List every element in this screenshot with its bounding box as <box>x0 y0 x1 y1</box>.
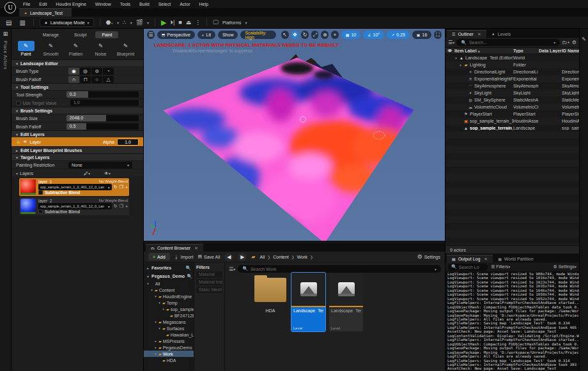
copy-icon[interactable]: ❐ <box>120 204 123 209</box>
paint-tool-button[interactable]: ✎ Flatten <box>64 41 88 57</box>
tool-strength-slider[interactable]: 0.3 <box>66 91 139 98</box>
world-space-icon[interactable]: ⊕ <box>321 31 329 39</box>
log-lines[interactable]: LogViewport: Scene viewport resized to 9… <box>445 271 579 371</box>
gear-icon[interactable]: ⚙ <box>572 40 576 45</box>
menu-item[interactable]: Select <box>159 2 171 6</box>
play-button[interactable]: ▶ <box>161 19 166 27</box>
back-icon[interactable]: ◀ <box>224 253 233 261</box>
save-all-button[interactable]: ▤Save All <box>197 254 220 259</box>
new-folder-icon[interactable]: 🗀+ <box>562 40 570 45</box>
tree-folder-row[interactable]: ▾ ▰ HoudiniEngine <box>144 293 194 299</box>
cinematics-icon[interactable]: 🎬 <box>136 19 143 26</box>
hda-folder[interactable] <box>254 278 286 302</box>
outliner-row[interactable]: ◠ SkyAtmosphere SkyAtmosph SkyAtmosph <box>445 82 579 89</box>
menu-item[interactable]: Build <box>139 2 150 6</box>
select-tool-icon[interactable]: ↖ <box>281 31 289 39</box>
section-landscape-editor[interactable]: ▾Landscape Editor <box>12 59 143 66</box>
tree-folder-row[interactable]: ▾ ▰ Content <box>144 287 194 293</box>
log-settings-dropdown[interactable]: ⚙ Settings▾ <box>553 264 576 269</box>
column-id-name[interactable]: ID Name <box>562 49 579 53</box>
outliner-row[interactable]: ≋ ExponentialHeightFog Exponential Expon… <box>445 75 579 82</box>
log-search-input[interactable]: 🔍Search Lo <box>448 264 488 271</box>
target-value-field[interactable]: 1.0 <box>70 100 139 106</box>
source-control-icon[interactable]: ▥ <box>17 19 27 26</box>
outliner-row[interactable]: ☁ VolumetricCloud VolumetricCl Volumetri… <box>445 103 579 110</box>
brush-circle-icon[interactable]: ◉ <box>68 68 79 75</box>
tree-folder-row[interactable]: ▾ ▰ All <box>144 280 194 287</box>
layer-asset-dropdown[interactable]: sop_sample_terrain_1_0_401_12_0_Lan▾ <box>38 203 112 209</box>
surface-snap-icon[interactable]: ⌖ <box>331 31 339 39</box>
subtractive-blend-checkbox[interactable] <box>38 209 43 214</box>
scale-tool-icon[interactable]: ⤢ <box>311 31 319 39</box>
menu-item[interactable]: Houdini Engine <box>56 2 86 6</box>
import-button[interactable]: ⭳Import <box>174 255 194 259</box>
log-filters-dropdown[interactable]: ☰ Filters▾ <box>491 264 510 269</box>
paint-tool-button[interactable]: ✎ Noise <box>89 41 112 57</box>
show-dropdown[interactable]: Show <box>218 31 238 39</box>
save-icon[interactable]: ▤ <box>4 19 13 26</box>
tree-folder-row[interactable]: ▸ ▰ PegasusDemo <box>144 344 194 351</box>
brush-pattern-icon[interactable]: ⊛ <box>91 68 102 75</box>
outliner-row[interactable]: ▾ ▰ Lighting Folder <box>445 61 579 68</box>
viewport[interactable]: z ☰ ⬒Perspective ◐Lit Show Scalability: … <box>144 29 445 243</box>
painting-restriction-dropdown[interactable]: None▾ <box>68 162 132 169</box>
close-icon[interactable]: ✕ <box>484 257 488 262</box>
eject-button[interactable]: ⏏ <box>186 19 192 26</box>
brush-size-slider[interactable]: 2048.0 <box>66 115 139 121</box>
tree-folder-row[interactable]: ▰ HDA <box>144 357 194 363</box>
play-options-icon[interactable]: ⋮ <box>195 19 201 26</box>
filter-chip[interactable]: Material <box>196 271 222 278</box>
paint-all-icon[interactable]: 🖉▾ <box>84 171 90 176</box>
plus-icon[interactable]: + <box>125 204 128 209</box>
edit-pencil-icon[interactable]: ✎ <box>580 36 588 42</box>
outliner-row[interactable]: ▲ sop_sample_terrain_1_0_ Landscape sop_… <box>445 125 579 132</box>
visibility-eye-icon[interactable]: 👁 <box>24 140 27 144</box>
levels-tab[interactable]: ▲ Levels <box>486 30 516 38</box>
tree-folder-row[interactable]: ▾ ▰ Megascans <box>144 319 194 325</box>
outliner-filter-icon[interactable]: ☰▾ <box>448 40 454 45</box>
plus-icon[interactable]: + <box>125 185 128 190</box>
section-edit-layers[interactable]: ▾Edit Layers <box>12 130 143 137</box>
outliner-search-input[interactable]: 🔍 Search... ▾ <box>456 39 560 46</box>
brush-component-icon[interactable]: ◔ <box>103 68 114 75</box>
paint-tool-button[interactable]: ✎ Blueprint <box>114 41 137 57</box>
falloff-tip-icon[interactable]: △ <box>103 76 114 83</box>
scale-snap-toggle[interactable]: ↗0.25 <box>387 31 410 39</box>
outliner-row[interactable]: ✦ SkyLight SkyLight SkyLight_0 <box>445 89 579 96</box>
alpha-value-field[interactable]: 1.0 <box>117 139 139 146</box>
tree-folder-row[interactable]: ▾ ▰ Surfaces <box>144 325 194 331</box>
favorites-header[interactable]: ▸Favorites🔍 <box>144 264 194 272</box>
column-data-layer[interactable]: Data Layer <box>539 49 562 53</box>
add-actor-icon[interactable]: ⬣+ <box>106 19 113 26</box>
outliner-row[interactable]: ▣ sop_sample_terrain_1_0 HoudiniAsse Hou… <box>445 117 579 125</box>
column-type[interactable]: Type <box>513 49 539 53</box>
tree-folder-row[interactable]: ▰ Hawaiian_Lava <box>144 331 194 338</box>
paint-tool-button[interactable]: ✎ Smooth <box>39 41 63 57</box>
outliner-tab[interactable]: ☰ Outliner✕ <box>447 30 486 38</box>
content-browser-tab[interactable]: 🗀 Content Browser✕ <box>146 244 203 252</box>
search-icon[interactable]: 🔍 <box>185 266 191 271</box>
camera-speed-control[interactable]: ▣16 <box>412 31 431 39</box>
grid-snap-toggle[interactable]: ▦10 <box>341 31 360 39</box>
rotate-tool-icon[interactable]: ↻ <box>301 31 309 39</box>
breadcrumb-content[interactable]: Content <box>273 255 289 259</box>
menu-item[interactable]: Actor <box>180 2 190 6</box>
blueprints-icon[interactable]: ∴ <box>123 19 127 26</box>
filter-icon[interactable]: ☰▾ <box>229 266 235 272</box>
brush-alpha-icon[interactable]: ◍ <box>80 68 91 75</box>
menu-item[interactable]: Window <box>95 2 111 6</box>
breadcrumb-all[interactable]: All <box>259 255 265 259</box>
eye-column-icon[interactable]: 👁 <box>445 49 454 53</box>
column-item-label[interactable]: Item Label▴ <box>454 49 513 53</box>
viewport-menu-icon[interactable]: ☰ <box>147 31 155 39</box>
place-actors-rail[interactable]: ⊞ Place Actors <box>0 29 12 371</box>
outliner-row[interactable]: ⚑ PlayerStart PlayerStart PlayerStart_ <box>445 110 579 117</box>
landscape-mode-tab[interactable]: Paint <box>95 31 118 38</box>
subtractive-blend-checkbox[interactable] <box>38 190 43 195</box>
tree-folder-row[interactable]: ▾ ▰ Temp <box>144 299 194 306</box>
refresh-icon[interactable]: ↻ <box>114 185 118 190</box>
menu-item[interactable]: Tools <box>120 2 130 6</box>
target-layer-card[interactable]: layer_1 No Weight-Blend sop_sample_terra… <box>19 178 129 196</box>
lit-dropdown[interactable]: ◐Lit <box>197 31 215 39</box>
scalability-badge[interactable]: Scalability: High <box>240 31 275 39</box>
